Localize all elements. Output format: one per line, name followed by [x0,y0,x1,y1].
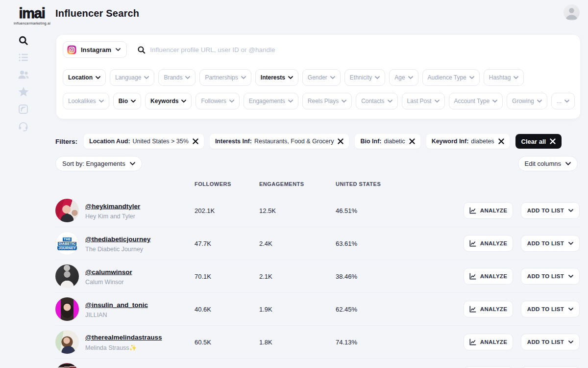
influencer-avatar[interactable]: THEDIABETICJOURNEY [55,232,79,255]
remove-filter-button[interactable] [498,138,504,144]
analyze-button[interactable]: ANALYZE [464,301,513,317]
influencer-avatar[interactable] [55,199,79,222]
table-row: ANALYZE ADD TO LIST [55,359,581,368]
influencer-name: Calum Winsor [85,279,132,286]
filter-chip[interactable]: Bio [113,93,141,109]
active-filter-name: Location Aud: [89,138,130,145]
chart-line-icon [469,273,476,280]
filter-chip[interactable]: Ethnicity [344,69,385,86]
chevron-down-icon [492,100,497,103]
sort-by-dropdown[interactable]: Sort by: Engagements [55,156,142,171]
chevron-down-icon [96,76,100,79]
filter-chip[interactable]: Lookalikes [63,93,109,109]
influencer-identity: @thediabeticjourney The Diabetic Journey [85,235,150,253]
chevron-down-icon [408,76,413,79]
table-body: @heykimandtyler Hey Kim and Tyler 202.1K… [55,194,581,368]
filter-chip[interactable]: Contacts [356,93,397,109]
chevron-down-icon [564,100,569,103]
filter-chip[interactable]: Followers [196,93,239,109]
analyze-button[interactable]: ANALYZE [464,268,513,285]
filter-chip[interactable]: Last Post [402,93,445,109]
filter-chip[interactable]: Hashtag [484,69,524,86]
brand-logo[interactable]: imai influencermarketing.ai [14,5,50,25]
influencer-handle-link[interactable]: @insulin_and_tonic [85,301,148,309]
filter-chip[interactable]: Location [63,69,106,86]
remove-filter-button[interactable] [338,138,343,144]
clear-all-button[interactable]: Clear all [515,134,562,149]
sidebar-item-lists[interactable] [15,52,32,63]
filter-chip[interactable]: Engagements [244,93,298,109]
chevron-down-icon [229,100,234,103]
add-to-list-button[interactable]: ADD TO LIST [521,301,580,317]
results-table: FOLLOWERS ENGAGEMENTS UNITED STATES @hey… [55,177,581,368]
filter-chip[interactable]: Language [110,69,154,86]
search-icon [18,35,28,46]
influencer-avatar[interactable] [55,330,79,354]
platform-select[interactable]: Instagram [63,41,127,58]
chevron-down-icon [568,308,573,311]
sidebar-item-support[interactable] [15,121,32,131]
followers-value: 40.6K [195,306,211,313]
add-to-list-button[interactable]: ADD TO LIST [521,334,580,350]
avatar-logo-text: THE [63,237,72,241]
user-avatar[interactable] [564,4,580,21]
sidebar-item-influencers[interactable] [15,69,32,80]
chevron-down-icon [330,76,335,79]
sidebar-item-search[interactable] [15,35,32,46]
influencer-handle-link[interactable]: @thediabeticjourney [85,236,150,243]
add-to-list-button[interactable]: ADD TO LIST [521,268,580,285]
chevron-down-icon [435,100,440,103]
influencer-avatar[interactable] [55,264,79,288]
chevron-down-icon [565,162,571,165]
filter-chip[interactable]: Account Type [449,93,503,109]
page-title: Influencer Search [55,8,139,19]
table-row: @therealmelindastrauss Melinda Strauss✨ … [55,326,581,359]
remove-filter-button[interactable] [409,138,415,144]
add-to-list-button[interactable]: ADD TO LIST [521,202,580,219]
analyze-button[interactable]: ANALYZE [464,334,513,350]
chevron-down-icon [568,209,573,212]
influencer-name: Melinda Strauss✨ [85,344,162,351]
remove-filter-button[interactable] [193,138,198,144]
filter-chip-label: Bio [119,98,128,105]
analyze-button[interactable]: ANALYZE [464,235,513,252]
followers-value: 47.7K [195,240,211,247]
filter-chip-label: Last Post [407,98,432,105]
filter-chip-label: Location [68,74,93,81]
add-to-list-button[interactable]: ADD TO LIST [521,235,580,252]
sort-by-label: Sort by: Engagements [62,160,125,167]
filter-chip[interactable]: ... [551,93,575,109]
influencer-avatar[interactable] [55,297,79,321]
filter-chip-label: Followers [201,98,226,105]
filter-chip[interactable]: Keywords [145,93,192,109]
active-filter-name: Keyword Inf: [432,138,469,145]
instagram-icon [67,45,76,54]
filter-chip[interactable]: Growing [507,93,547,109]
active-filter-value: United States > 35% [133,138,189,145]
filter-chip[interactable]: Age [389,69,418,86]
filter-chip[interactable]: Audience Type [422,69,480,86]
filter-chip-label: Partnerships [205,74,238,81]
filter-chip-label: Language [115,74,141,81]
engagements-value: 2.1K [259,273,272,280]
sidebar-item-favorites[interactable] [15,86,32,97]
chart-line-icon [469,240,476,247]
filter-chip-label: ... [557,98,562,105]
filter-chip[interactable]: Gender [302,69,341,86]
edit-columns-dropdown[interactable]: Edit columns [518,156,578,171]
filter-chip[interactable]: Partnerships [199,69,251,86]
influencer-avatar[interactable] [55,363,79,368]
search-input[interactable] [150,46,574,53]
close-icon [338,138,343,144]
influencer-handle-link[interactable]: @calumwinsor [85,268,132,276]
sidebar-item-feed[interactable] [15,104,32,114]
influencer-handle-link[interactable]: @heykimandtyler [85,203,140,210]
analyze-button[interactable]: ANALYZE [464,202,513,219]
analyze-label: ANALYZE [480,240,507,246]
filter-chip[interactable]: Brands [158,69,196,86]
filter-chip[interactable]: Interests [255,69,298,86]
filter-chip[interactable]: Reels Plays [302,93,352,109]
influencer-handle-link[interactable]: @therealmelindastrauss [85,334,162,341]
active-filter-chip: Bio Inf: diabetic [355,134,420,149]
avatar-logo-text: JOURNEY [57,246,76,250]
